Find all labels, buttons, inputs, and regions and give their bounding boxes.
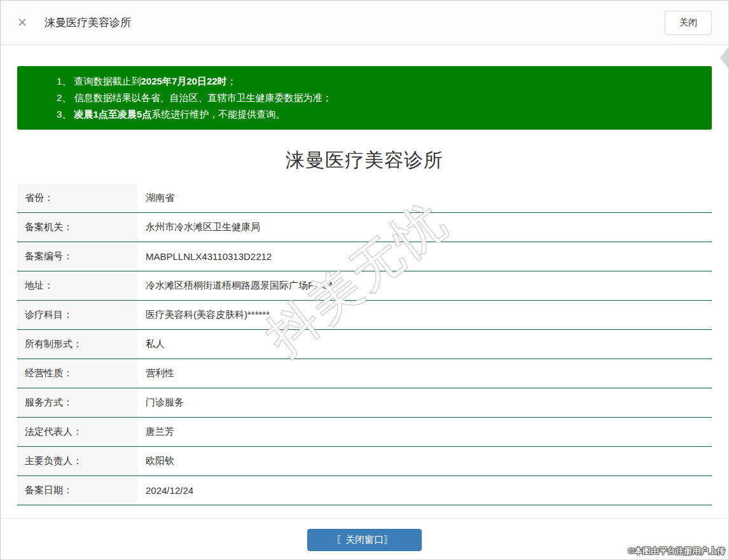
table-row: 备案编号： MABPLLNLX43110313D2212 [17, 242, 712, 271]
row-label: 经营性质： [17, 359, 137, 388]
row-value: 医疗美容科(美容皮肤科)****** [137, 301, 270, 329]
footer-actions: 〖关闭窗口〗 [1, 519, 728, 551]
close-window-button[interactable]: 〖关闭窗口〗 [307, 529, 422, 551]
table-row: 所有制形式： 私人 [17, 330, 712, 359]
row-value: 私人 [137, 330, 165, 359]
row-label: 备案编号： [17, 242, 137, 271]
close-icon[interactable]: ✕ [17, 17, 27, 29]
row-value: 2024/12/24 [137, 476, 193, 505]
table-row: 诊疗科目： 医疗美容科(美容皮肤科)****** [17, 301, 712, 330]
page-title: 涞曼医疗美容诊所 [45, 15, 131, 30]
row-label: 诊疗科目： [17, 301, 137, 329]
row-label: 地址： [17, 271, 137, 300]
table-row: 服务方式： 门诊服务 [17, 388, 712, 418]
close-button[interactable]: 关闭 [665, 11, 712, 35]
notice-item-2: 2、 信息数据结果以各省、自治区、直辖市卫生健康委数据为准； [57, 90, 699, 106]
notice-item-1-tail: ； [227, 76, 237, 86]
notice-item-1-bold: 2025年7月20日22时 [141, 76, 227, 86]
row-label: 备案日期： [17, 476, 137, 505]
row-label: 法定代表人： [17, 418, 137, 446]
notice-item-2-text: 2、 信息数据结果以各省、自治区、直辖市卫生健康委数据为准； [57, 92, 332, 103]
title-bar: ✕ 涞曼医疗美容诊所 关闭 [1, 1, 728, 45]
table-row: 法定代表人： 唐兰芳 [17, 418, 712, 447]
notice-item-1: 1、 查询数据截止到2025年7月20日22时； [57, 73, 699, 90]
row-label: 所有制形式： [17, 330, 137, 359]
row-value: 永州市冷水滩区卫生健康局 [137, 213, 260, 242]
row-label: 省份： [17, 184, 137, 212]
row-label: 服务方式： [17, 388, 137, 417]
row-value: 门诊服务 [137, 388, 184, 417]
table-row: 主要负责人： 欧阳钦 [17, 447, 712, 476]
row-value: 欧阳钦 [137, 447, 174, 475]
table-row: 地址： 冷水滩区梧桐街道梧桐路愿景国际广场F1-34 [17, 271, 712, 301]
record-table: 省份： 湖南省 备案机关： 永州市冷水滩区卫生健康局 备案编号： MABPLLN… [17, 184, 712, 505]
row-label: 备案机关： [17, 213, 137, 242]
table-row: 备案机关： 永州市冷水滩区卫生健康局 [17, 213, 712, 242]
table-row: 经营性质： 营利性 [17, 359, 712, 388]
table-row: 省份： 湖南省 [17, 184, 712, 213]
table-row: 备案日期： 2024/12/24 [17, 476, 712, 505]
notice-banner: 1、 查询数据截止到2025年7月20日22时； 2、 信息数据结果以各省、自治… [17, 66, 712, 130]
notice-item-3-text: 3、 [57, 109, 74, 120]
row-value: 营利性 [137, 359, 174, 388]
notice-item-3-bold: 凌晨1点至凌晨5点 [74, 109, 152, 120]
notice-item-1-text: 1、 查询数据截止到 [57, 76, 141, 86]
row-value: 冷水滩区梧桐街道梧桐路愿景国际广场F1-34 [137, 271, 333, 300]
row-value: 唐兰芳 [137, 418, 174, 446]
notice-item-3: 3、 凌晨1点至凌晨5点系统进行维护，不能提供查询。 [57, 106, 699, 123]
dialog-window: ✕ 涞曼医疗美容诊所 关闭 1、 查询数据截止到2025年7月20日22时； 2… [0, 0, 729, 560]
row-value: MABPLLNLX43110313D2212 [137, 242, 272, 271]
clinic-name-heading: 涞曼医疗美容诊所 [1, 147, 728, 174]
notice-item-3-tail: 系统进行维护，不能提供查询。 [151, 109, 285, 120]
row-label: 主要负责人： [17, 447, 137, 475]
corner-watermark-fragment [720, 47, 728, 69]
row-value: 湖南省 [137, 184, 174, 212]
